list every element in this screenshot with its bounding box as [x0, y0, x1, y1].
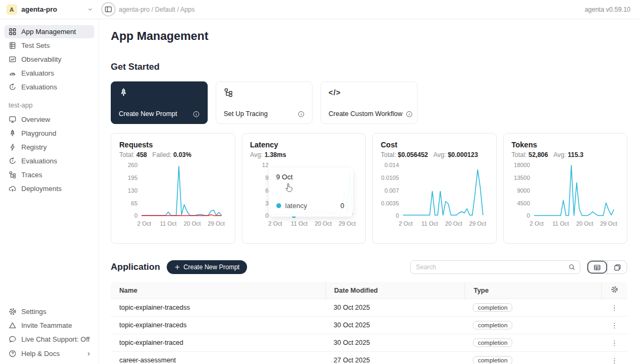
table-view-button[interactable]: [587, 261, 607, 274]
sidebar-collapse-button[interactable]: [101, 2, 116, 16]
table-header-row: Name Date Modified Type: [111, 282, 627, 299]
sidebar-item-icon: [9, 171, 17, 179]
more-actions-icon[interactable]: ⋮: [611, 357, 618, 364]
sidebar-item-icon: [9, 129, 17, 137]
chart-title: Latency: [250, 140, 358, 149]
info-icon[interactable]: [406, 111, 413, 118]
svg-text:195: 195: [128, 175, 137, 181]
sidebar-item[interactable]: Evaluations: [4, 80, 94, 94]
type-cell: completion: [464, 334, 601, 352]
sidebar-item[interactable]: Registry: [4, 140, 94, 154]
tooltip-value: 0: [340, 202, 344, 210]
table-row[interactable]: career-assessment 27 Oct 2025 completion…: [111, 352, 627, 364]
sidebar-item-label: Test Sets: [21, 42, 50, 49]
sidebar-item-label: Help & Docs: [21, 350, 60, 358]
chart-stats: Total: $0.056452Avg: $0.000123: [381, 151, 488, 159]
top-bar: A agenta-pro agenta-pro / Default / Apps…: [0, 0, 639, 19]
svg-text:29 Oct: 29 Oct: [600, 220, 617, 227]
more-actions-icon[interactable]: ⋮: [611, 321, 618, 329]
svg-text:11 Oct: 11 Oct: [160, 220, 176, 227]
sidebar-item-icon: [9, 308, 17, 316]
gear-icon[interactable]: [611, 286, 618, 293]
info-icon[interactable]: [298, 111, 305, 118]
tooltip-series-label: latency: [285, 202, 307, 210]
table-row[interactable]: topic-explainer-tracedss 30 Oct 2025 com…: [111, 299, 627, 317]
sidebar-item[interactable]: Evaluations: [4, 154, 94, 168]
sidebar-item[interactable]: Evaluators: [4, 67, 94, 80]
chart-stats: Total: 458Failed: 0.03%: [119, 151, 227, 159]
sidebar-item[interactable]: Overview: [4, 113, 94, 126]
page-title: App Management: [111, 29, 627, 43]
breadcrumb[interactable]: agenta-pro / Default / Apps: [119, 6, 195, 13]
sidebar-item-icon: [9, 157, 17, 165]
more-actions-icon[interactable]: ⋮: [611, 304, 618, 312]
sidebar-footer-nav: Settings Invite Teammate Live Chat Suppo…: [0, 304, 99, 364]
create-new-prompt-label: Create New Prompt: [184, 263, 240, 271]
app-name-cell[interactable]: topic-explainer-tracedss: [111, 299, 325, 317]
chart-plot[interactable]: 00.00350.0070.01050.0142 Oct11 Oct20 Oct…: [381, 161, 488, 231]
tooltip-date: 9 Oct: [276, 173, 346, 181]
chart-title: Tokens: [512, 140, 619, 149]
row-actions-cell: ⋮: [601, 317, 627, 334]
sidebar-item-icon: [9, 185, 17, 193]
svg-text:65: 65: [131, 200, 137, 206]
app-version: agenta v0.59.10: [585, 6, 639, 13]
column-header-type: Type: [464, 282, 601, 299]
table-row[interactable]: topic-explainer-traceds 30 Oct 2025 comp…: [111, 317, 627, 334]
sidebar-item-label: Observability: [21, 55, 61, 63]
sidebar-footer-item[interactable]: Invite Teammate: [4, 319, 94, 332]
sidebar-footer-item[interactable]: Settings: [4, 305, 94, 318]
info-icon[interactable]: [193, 111, 200, 118]
sidebar-item[interactable]: Playground: [4, 127, 94, 140]
type-cell: completion: [464, 299, 601, 317]
svg-text:11 Oct: 11 Oct: [421, 220, 438, 227]
table-row[interactable]: topic-explainer-traced 30 Oct 2025 compl…: [111, 334, 627, 352]
app-name-cell[interactable]: topic-explainer-traced: [111, 334, 325, 352]
chart-title: Requests: [119, 140, 227, 149]
app-name-cell[interactable]: topic-explainer-traceds: [111, 317, 325, 334]
sidebar-item[interactable]: Traces: [4, 168, 94, 181]
get-started-cards: Create New Prompt Set Up Tracing </> Cre…: [111, 81, 627, 124]
card-label: Create Custom Workflow: [329, 110, 403, 118]
create-new-prompt-button[interactable]: Create New Prompt: [167, 260, 247, 274]
get-started-card[interactable]: Create New Prompt: [111, 81, 208, 124]
svg-text:2 Oct: 2 Oct: [137, 220, 151, 227]
tokens-chart-card: TokensTotal: 52,806Avg: 115.304500900013…: [503, 133, 628, 244]
sidebar-item-icon: [9, 83, 17, 91]
svg-text:0.0035: 0.0035: [381, 200, 399, 206]
sidebar-footer-item[interactable]: Live Chat Support: Off: [4, 333, 94, 346]
more-actions-icon[interactable]: ⋮: [611, 339, 618, 347]
card-view-button[interactable]: [607, 261, 627, 274]
chart-plot[interactable]: 04500900013500180002 Oct11 Oct20 Oct29 O…: [512, 161, 619, 231]
sidebar-item[interactable]: Test Sets: [4, 39, 94, 52]
sidebar-item-icon: [9, 115, 17, 123]
sidebar-item-label: Settings: [21, 308, 46, 316]
column-header-name: Name: [111, 282, 325, 299]
org-switcher[interactable]: A agenta-pro: [0, 4, 99, 15]
sidebar-item[interactable]: Deployments: [4, 182, 94, 195]
chart-title: Cost: [381, 140, 488, 149]
svg-text:9: 9: [265, 175, 268, 181]
search-icon[interactable]: [564, 261, 580, 274]
row-actions-cell: ⋮: [601, 299, 627, 317]
view-toggle: [587, 260, 627, 274]
sidebar-item[interactable]: App Management: [4, 25, 94, 38]
svg-text:0: 0: [527, 212, 530, 219]
svg-text:2 Oct: 2 Oct: [529, 220, 543, 227]
sidebar-app-section-label: test-app: [0, 94, 99, 112]
chart-plot[interactable]: 0651301952602 Oct11 Oct20 Oct29 Oct: [119, 161, 227, 231]
svg-text:20 Oct: 20 Oct: [576, 220, 593, 227]
get-started-card[interactable]: Set Up Tracing: [216, 81, 313, 124]
sidebar-item-icon: [9, 350, 17, 358]
svg-text:0.0105: 0.0105: [381, 175, 399, 181]
chart-stat: Avg: 115.3: [553, 151, 584, 159]
search-input[interactable]: [411, 261, 564, 274]
sidebar-item[interactable]: Observability: [4, 53, 94, 66]
sidebar-item-label: App Management: [21, 28, 76, 36]
tokens-chart: 04500900013500180002 Oct11 Oct20 Oct29 O…: [512, 161, 619, 231]
sidebar-item-icon: [9, 335, 17, 343]
get-started-card[interactable]: </> Create Custom Workflow: [321, 81, 417, 124]
svg-text:0: 0: [134, 212, 137, 219]
app-name-cell[interactable]: career-assessment: [111, 352, 325, 364]
sidebar-footer-item[interactable]: Help & Docs ›: [4, 346, 94, 360]
